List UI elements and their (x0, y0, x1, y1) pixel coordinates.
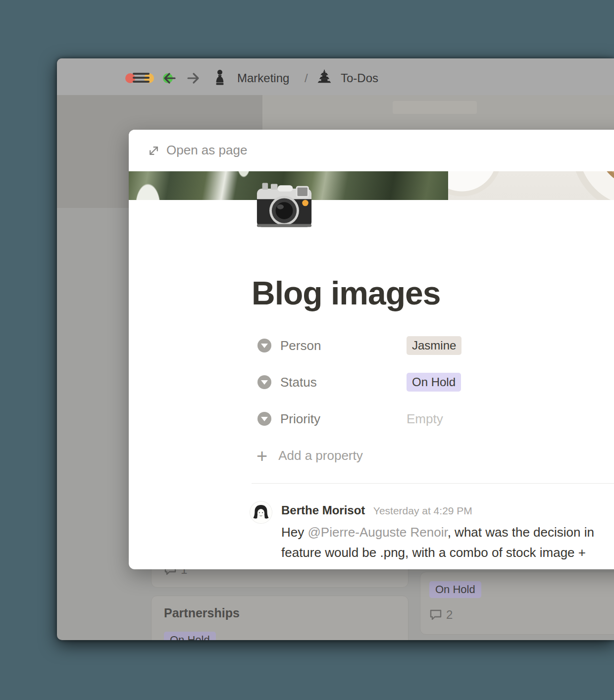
section-divider (252, 483, 614, 484)
property-row-priority[interactable]: Priority Empty (257, 409, 443, 428)
comment-line2: feature would be .png, with a combo of s… (281, 543, 594, 563)
comment-author[interactable]: Berthe Morisot (281, 503, 365, 517)
user-mention[interactable]: @Pierre-Auguste Renoir (307, 525, 447, 540)
sidebar-menu-icon[interactable] (133, 73, 150, 82)
open-as-page-label[interactable]: Open as page (166, 143, 247, 158)
page-cover-image[interactable] (129, 171, 614, 200)
priority-property-icon (257, 412, 271, 426)
comment-text: Hey @Pierre-Auguste Renoir, what was the… (281, 522, 594, 563)
page-peek-modal: Open as page Blog images Person Jasmine (129, 130, 614, 569)
board-card-partnerships: Partnerships On Hold (151, 596, 409, 640)
open-as-page-row[interactable]: Open as page (129, 130, 614, 171)
comment-line1-pre: Hey (281, 525, 307, 540)
property-row-status[interactable]: Status On Hold (257, 373, 461, 392)
person-property-icon (257, 339, 271, 352)
camera-page-emoji[interactable] (256, 177, 313, 231)
forward-icon[interactable] (185, 70, 201, 86)
person-tag[interactable]: Jasmine (407, 336, 461, 355)
pawn-page-icon (214, 69, 225, 85)
breadcrumb-todos[interactable]: To-Dos (341, 71, 378, 85)
window-titlebar[interactable]: Marketing / To-Dos (57, 58, 614, 96)
add-property-label: Add a property (278, 448, 363, 463)
cover-coffee-photo (448, 171, 614, 200)
castle-page-icon (317, 69, 332, 84)
expand-diagonal-icon[interactable] (148, 145, 160, 157)
priority-empty-value[interactable]: Empty (407, 411, 443, 427)
add-property-button[interactable]: + Add a property (256, 448, 363, 463)
property-row-person[interactable]: Person Jasmine (257, 336, 461, 355)
comment-timestamp: Yesterday at 4:29 PM (373, 505, 472, 516)
page-title[interactable]: Blog images (252, 274, 440, 312)
back-icon[interactable] (162, 70, 178, 86)
status-tag[interactable]: On Hold (407, 373, 461, 392)
property-label[interactable]: Person (280, 338, 407, 353)
board-card-right: On Hold 2 (420, 572, 614, 635)
comment-line1-post: , what was the decision in (448, 525, 594, 540)
status-badge: On Hold (429, 581, 481, 598)
status-property-icon (257, 375, 271, 389)
comment-bubble-icon (429, 609, 442, 621)
comment-count: 2 (446, 608, 453, 622)
plus-icon: + (256, 449, 267, 463)
avatar (250, 501, 272, 523)
breadcrumb-marketing[interactable]: Marketing (237, 71, 289, 85)
status-badge: On Hold (164, 632, 216, 640)
property-label[interactable]: Status (280, 375, 407, 390)
breadcrumb-separator: / (305, 71, 308, 85)
notion-window: Marketing / To-Dos 1 Partnerships (57, 58, 614, 640)
property-label[interactable]: Priority (280, 411, 407, 427)
dimmed-cover-control (393, 101, 477, 114)
card-title: Partnerships (164, 606, 240, 620)
